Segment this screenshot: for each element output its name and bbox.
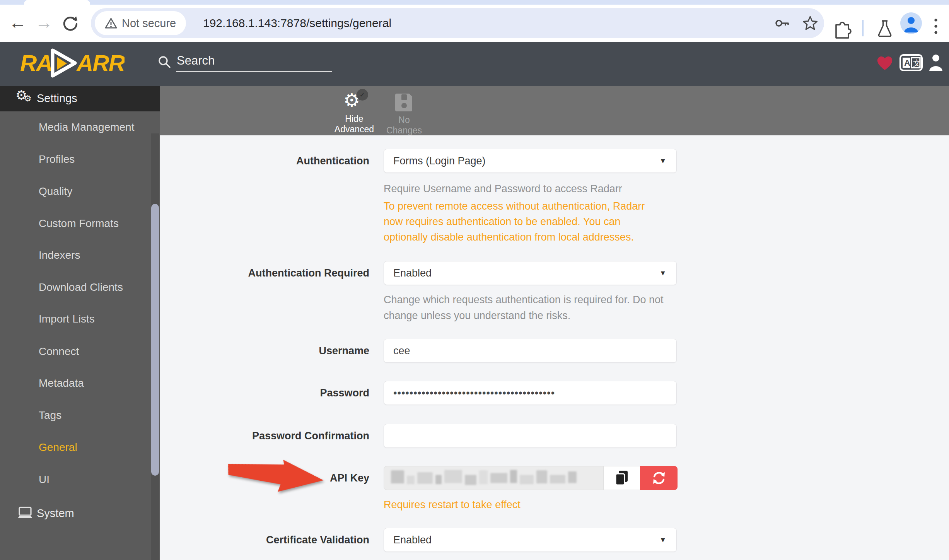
security-chip[interactable]: Not secure [95,11,186,35]
annotation-arrow [224,452,328,500]
sidebar-item-ui[interactable]: UI [39,473,49,486]
chevron-down-icon: ▼ [659,149,666,172]
user-icon[interactable] [927,53,944,73]
username-input[interactable]: cee [384,339,677,363]
password-confirmation-input[interactable] [384,424,677,448]
browser-back-button[interactable]: ← [5,5,30,42]
browser-reload-button[interactable] [58,5,83,42]
sidebar-item-tags[interactable]: Tags [39,409,61,422]
sidebar-settings-label: Settings [37,86,77,111]
save-floppy-icon [394,91,414,113]
sidebar-item-quality[interactable]: Quality [39,185,72,198]
screen: ← → Not secure 192.168.1.143:7878/settin… [0,0,949,560]
regenerate-api-key-button[interactable] [640,466,678,490]
no-changes-label-line2: Changes [386,125,422,135]
svg-text:A: A [904,58,910,68]
hide-advanced-button[interactable]: ⚙ ✓ Hide Advanced [329,90,379,135]
sidebar-item-media-management[interactable]: Media Management [39,121,134,133]
copy-icon [614,470,629,486]
hide-advanced-label-line2: Advanced [335,124,374,134]
authentication-help: Require Username and Password to access … [384,181,622,197]
api-key-warning: Requires restart to take effect [384,497,521,512]
settings-sidebar: ⚙⚙ Settings Media Management Profiles Qu… [0,86,160,560]
sidebar-item-settings[interactable]: ⚙⚙ Settings [0,86,160,111]
advanced-gear-icon: ⚙ ✓ [343,90,365,111]
copy-api-key-button[interactable] [603,466,640,490]
logo-text-left: RA [20,50,52,76]
sidebar-scrollbar-track [151,133,159,560]
browser-tab-strip [0,0,949,5]
browser-forward-button[interactable]: → [32,5,56,42]
authentication-required-label: Authentication Required [162,261,369,285]
system-laptop-icon [17,507,33,521]
password-confirmation-label: Password Confirmation [162,424,369,448]
sidebar-item-import-lists[interactable]: Import Lists [39,313,95,325]
svg-text:文: 文 [913,58,921,68]
certificate-validation-label: Certificate Validation [162,528,369,552]
settings-gears-icon: ⚙⚙ [15,87,27,103]
authentication-value: Forms (Login Page) [393,149,486,172]
security-chip-label: Not secure [122,17,176,30]
authentication-required-value: Enabled [393,261,432,285]
search-icon [157,54,172,70]
sidebar-item-profiles[interactable]: Profiles [39,153,75,166]
active-tab[interactable] [24,0,90,5]
refresh-icon [651,470,667,486]
save-no-changes-button[interactable]: No Changes [381,90,427,136]
sidebar-system-label: System [37,500,74,528]
page-toolbar: ⚙ ✓ Hide Advanced No Changes [160,86,949,135]
sidebar-item-connect[interactable]: Connect [39,345,79,358]
translate-icon[interactable]: A 文 [900,53,923,73]
experiments-flask-icon[interactable] [875,19,895,39]
browser-toolbar: ← → Not secure 192.168.1.143:7878/settin… [0,5,949,42]
sidebar-item-system[interactable]: System [0,500,160,528]
certificate-validation-value: Enabled [393,528,432,551]
url-text[interactable]: 192.168.1.143:7878/settings/general [203,8,391,38]
authentication-warning: To prevent remote access without authent… [384,198,658,245]
general-settings-form: Authentication Forms (Login Page) ▼ Requ… [160,135,949,560]
api-key-redacted-value[interactable] [384,466,603,490]
sidebar-item-indexers[interactable]: Indexers [39,249,80,261]
chevron-down-icon: ▼ [659,261,666,285]
username-value: cee [393,339,410,362]
warning-triangle-icon [105,17,117,29]
password-key-icon[interactable] [774,15,791,32]
reload-icon [62,15,79,32]
certificate-validation-select[interactable]: Enabled ▼ [384,528,677,552]
password-masked-value: •••••••••••••••••••••••••••••••••••••••• [393,381,555,405]
logo-text-right: ARR [76,50,125,76]
authentication-label: Authentication [162,149,369,173]
hide-advanced-label-line1: Hide [345,114,363,124]
sidebar-item-metadata[interactable]: Metadata [39,377,84,389]
browser-profile-avatar[interactable] [900,12,922,34]
username-label: Username [162,339,369,363]
authentication-required-help: Change which requests authentication is … [384,292,678,324]
authentication-required-select[interactable]: Enabled ▼ [384,261,677,285]
radarr-header: RA ARR A 文 [0,42,949,86]
chevron-down-icon: ▼ [659,528,666,551]
sidebar-item-custom-formats[interactable]: Custom Formats [39,217,119,230]
donate-heart-icon[interactable] [875,53,895,73]
password-input[interactable]: •••••••••••••••••••••••••••••••••••••••• [384,381,677,405]
sidebar-scrollbar-thumb[interactable] [151,204,159,476]
bookmark-star-icon[interactable] [802,15,819,32]
radarr-logo[interactable]: RA ARR [20,48,125,79]
no-changes-label-line1: No [398,115,410,125]
toolbar-divider [862,20,864,36]
search-input[interactable] [176,50,332,72]
authentication-select[interactable]: Forms (Login Page) ▼ [384,149,677,173]
profile-person-icon [900,12,922,34]
sidebar-item-download-clients[interactable]: Download Clients [39,281,123,294]
extensions-icon[interactable] [832,19,852,39]
sidebar-item-general[interactable]: General [39,441,77,454]
address-bar[interactable]: Not secure 192.168.1.143:7878/settings/g… [91,8,824,38]
password-label: Password [162,381,369,405]
check-badge-icon: ✓ [357,89,368,101]
browser-menu-icon[interactable] [933,15,939,37]
